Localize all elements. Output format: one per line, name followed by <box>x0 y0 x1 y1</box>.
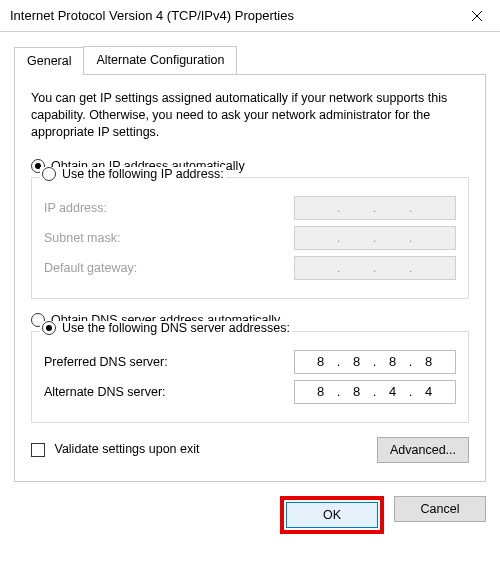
dns-manual-radio-row[interactable]: Use the following DNS server addresses: <box>40 321 292 335</box>
preferred-dns-input[interactable]: 8. 8. 8. 8 <box>294 350 456 374</box>
window-title: Internet Protocol Version 4 (TCP/IPv4) P… <box>10 8 294 23</box>
validate-settings-label: Validate settings upon exit <box>54 442 199 456</box>
tab-general[interactable]: General <box>14 47 84 75</box>
dialog-buttons: OK Cancel <box>0 482 500 548</box>
validate-settings-checkbox[interactable]: Validate settings upon exit <box>31 442 200 457</box>
ip-address-input: . . . <box>294 196 456 220</box>
subnet-mask-input: . . . <box>294 226 456 250</box>
description-text: You can get IP settings assigned automat… <box>31 90 469 141</box>
checkbox-icon <box>31 443 45 457</box>
alternate-dns-input[interactable]: 8. 8. 4. 4 <box>294 380 456 404</box>
subnet-mask-label: Subnet mask: <box>44 231 120 245</box>
dns-manual-group: Use the following DNS server addresses: … <box>31 331 469 423</box>
default-gateway-label: Default gateway: <box>44 261 137 275</box>
ip-manual-label: Use the following IP address: <box>62 167 224 181</box>
preferred-dns-label: Preferred DNS server: <box>44 355 168 369</box>
titlebar: Internet Protocol Version 4 (TCP/IPv4) P… <box>0 0 500 32</box>
tab-general-label: General <box>27 54 71 68</box>
ip-manual-group: Use the following IP address: IP address… <box>31 177 469 299</box>
tab-alternate-label: Alternate Configuration <box>96 53 224 67</box>
dns-manual-label: Use the following DNS server addresses: <box>62 321 290 335</box>
radio-icon <box>42 167 56 181</box>
close-icon[interactable] <box>454 0 500 32</box>
cancel-button[interactable]: Cancel <box>394 496 486 522</box>
tab-strip: General Alternate Configuration <box>14 46 486 75</box>
ip-manual-radio-row[interactable]: Use the following IP address: <box>40 167 226 181</box>
alternate-dns-label: Alternate DNS server: <box>44 385 166 399</box>
ip-address-label: IP address: <box>44 201 107 215</box>
dialog-content: General Alternate Configuration You can … <box>0 32 500 482</box>
ok-button[interactable]: OK <box>286 502 378 528</box>
default-gateway-input: . . . <box>294 256 456 280</box>
general-panel: You can get IP settings assigned automat… <box>14 74 486 482</box>
radio-icon <box>42 321 56 335</box>
advanced-button[interactable]: Advanced... <box>377 437 469 463</box>
tab-alternate[interactable]: Alternate Configuration <box>83 46 237 74</box>
ok-highlight: OK <box>280 496 384 534</box>
